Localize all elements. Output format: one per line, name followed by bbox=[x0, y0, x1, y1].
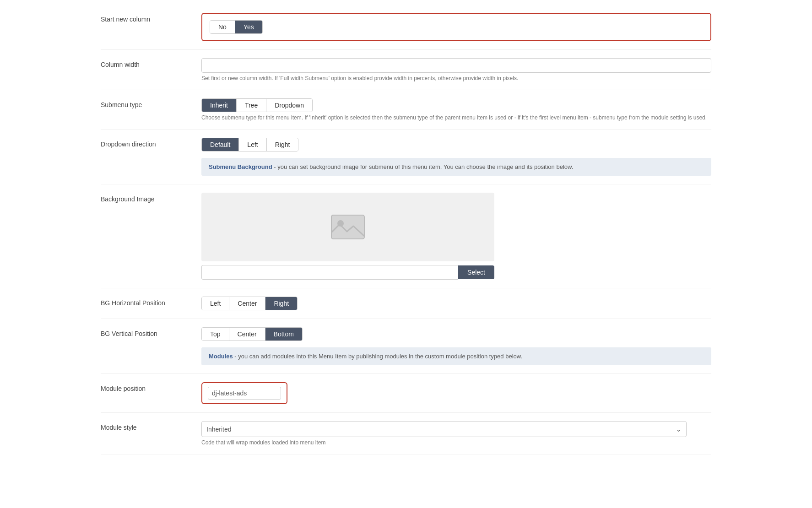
dropdown-direction-toggle: Default Left Right bbox=[201, 138, 298, 151]
bg-horizontal-right[interactable]: Right bbox=[265, 297, 297, 310]
chevron-down-icon: ⌄ bbox=[676, 425, 682, 433]
background-image-control: Select bbox=[201, 193, 711, 280]
background-image-label: Background Image bbox=[101, 193, 201, 203]
background-image-path-input[interactable] bbox=[201, 265, 458, 280]
background-image-select-btn[interactable]: Select bbox=[458, 265, 494, 279]
module-style-hint: Code that will wrap modules loaded into … bbox=[201, 439, 711, 446]
module-position-label: Module position bbox=[101, 382, 201, 392]
submenu-type-hint: Choose submenu type for this menu item. … bbox=[201, 114, 711, 121]
submenu-type-inherit[interactable]: Inherit bbox=[202, 99, 237, 112]
image-placeholder-icon bbox=[330, 213, 366, 241]
modules-info-strong: Modules bbox=[209, 353, 233, 360]
start-new-column-no[interactable]: No bbox=[210, 21, 235, 33]
dropdown-direction-label: Dropdown direction bbox=[101, 138, 201, 148]
bg-vertical-position-label: BG Vertical Position bbox=[101, 327, 201, 337]
module-position-outlined: dj-latest-ads bbox=[201, 382, 287, 404]
submenu-background-info: Submenu Background - you can set backgro… bbox=[201, 158, 711, 176]
module-position-input[interactable]: dj-latest-ads bbox=[208, 387, 281, 400]
dropdown-direction-right[interactable]: Right bbox=[267, 138, 298, 151]
submenu-type-label: Submenu type bbox=[101, 98, 201, 108]
module-position-row: Module position dj-latest-ads bbox=[101, 374, 711, 413]
bg-vertical-position-row: BG Vertical Position Top Center Bottom M… bbox=[101, 319, 711, 374]
column-width-row: Column width Set first or new column wid… bbox=[101, 50, 711, 90]
column-width-input[interactable] bbox=[201, 58, 711, 73]
column-width-hint: Set first or new column width. If 'Full … bbox=[201, 75, 711, 81]
bg-horizontal-position-toggle: Left Center Right bbox=[201, 297, 298, 310]
submenu-type-toggle: Inherit Tree Dropdown bbox=[201, 98, 313, 112]
submenu-type-dropdown[interactable]: Dropdown bbox=[266, 99, 312, 112]
module-style-row: Module style Inherited ⌄ Code that will … bbox=[101, 413, 711, 454]
bg-horizontal-position-control: Left Center Right bbox=[201, 297, 711, 310]
submenu-type-control: Inherit Tree Dropdown Choose submenu typ… bbox=[201, 98, 711, 121]
module-style-value: Inherited bbox=[206, 426, 231, 433]
background-image-row: Background Image Select bbox=[101, 184, 711, 288]
bg-horizontal-left[interactable]: Left bbox=[202, 297, 229, 310]
submenu-background-text: - you can set background image for subme… bbox=[272, 163, 574, 170]
start-new-column-row: Start new column No Yes bbox=[101, 5, 711, 50]
background-image-placeholder bbox=[201, 193, 494, 261]
bg-horizontal-center[interactable]: Center bbox=[229, 297, 265, 310]
dropdown-direction-left[interactable]: Left bbox=[239, 138, 266, 151]
modules-info: Modules - you can add modules into this … bbox=[201, 347, 711, 365]
dropdown-direction-default[interactable]: Default bbox=[202, 138, 239, 151]
module-style-control: Inherited ⌄ Code that will wrap modules … bbox=[201, 421, 711, 446]
page-wrapper: Start new column No Yes Column width Set… bbox=[92, 0, 720, 473]
bg-vertical-top[interactable]: Top bbox=[202, 328, 229, 340]
module-style-label: Module style bbox=[101, 421, 201, 431]
bg-horizontal-position-label: BG Horizontal Position bbox=[101, 297, 201, 307]
dropdown-direction-row: Dropdown direction Default Left Right Su… bbox=[101, 130, 711, 184]
bg-vertical-position-control: Top Center Bottom Modules - you can add … bbox=[201, 327, 711, 365]
module-style-select[interactable]: Inherited ⌄ bbox=[201, 421, 687, 437]
start-new-column-yes[interactable]: Yes bbox=[235, 21, 262, 33]
modules-info-text: - you can add modules into this Menu Ite… bbox=[233, 353, 522, 360]
start-new-column-control: No Yes bbox=[201, 13, 711, 41]
dropdown-direction-control: Default Left Right Submenu Background - … bbox=[201, 138, 711, 176]
bg-vertical-center[interactable]: Center bbox=[229, 328, 265, 340]
submenu-type-row: Submenu type Inherit Tree Dropdown Choos… bbox=[101, 90, 711, 130]
image-select-row: Select bbox=[201, 265, 494, 280]
module-position-control: dj-latest-ads bbox=[201, 382, 711, 404]
column-width-control: Set first or new column width. If 'Full … bbox=[201, 58, 711, 81]
start-new-column-label: Start new column bbox=[101, 13, 201, 23]
bg-vertical-bottom[interactable]: Bottom bbox=[265, 328, 302, 340]
submenu-background-strong: Submenu Background bbox=[209, 163, 272, 170]
column-width-label: Column width bbox=[101, 58, 201, 68]
start-new-column-outlined: No Yes bbox=[201, 13, 711, 41]
submenu-type-tree[interactable]: Tree bbox=[237, 99, 266, 112]
bg-vertical-position-toggle: Top Center Bottom bbox=[201, 327, 303, 341]
bg-horizontal-position-row: BG Horizontal Position Left Center Right bbox=[101, 288, 711, 319]
start-new-column-toggle: No Yes bbox=[210, 20, 263, 34]
